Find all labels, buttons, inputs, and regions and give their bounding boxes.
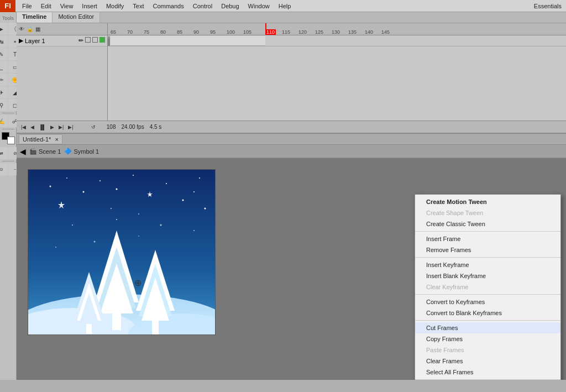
- ctx-remove-frames[interactable]: Remove Frames: [415, 244, 560, 255]
- eye-toggle[interactable]: [85, 37, 91, 43]
- eyedropper-tool[interactable]: ⚲: [0, 99, 8, 111]
- lock-toggle[interactable]: [92, 37, 98, 43]
- menu-edit[interactable]: Edit: [36, 2, 56, 11]
- svg-rect-40: [86, 324, 92, 334]
- ctx-copy-frames[interactable]: Copy Frames: [415, 333, 560, 344]
- menu-view[interactable]: View: [56, 2, 78, 11]
- play-btn[interactable]: ▶: [49, 124, 55, 130]
- menu-control[interactable]: Control: [188, 2, 217, 11]
- fill-color-swatch[interactable]: [7, 137, 15, 144]
- loop-btn[interactable]: ↺: [90, 124, 97, 130]
- go-end-btn[interactable]: ▶|: [67, 124, 74, 130]
- svg-text:⊕: ⊕: [134, 278, 142, 288]
- ctx-insert-blank-keyframe[interactable]: Insert Blank Keyframe: [415, 270, 560, 281]
- svg-point-18: [205, 208, 206, 210]
- tool-divider-3: [2, 161, 14, 161]
- frames-row-1: [108, 35, 566, 46]
- tools-label: Tools: [2, 14, 14, 22]
- go-start-btn[interactable]: |◀: [20, 124, 27, 130]
- ctx-cut-frames[interactable]: Cut Frames: [415, 322, 560, 333]
- breadcrumb-symbol[interactable]: 🔷 Symbol 1: [64, 148, 99, 155]
- doc-tab-untitled[interactable]: Untitled-1* ×: [19, 134, 62, 144]
- ctx-sep-1: [415, 231, 560, 232]
- menu-insert[interactable]: Insert: [77, 2, 102, 11]
- breadcrumb-scene[interactable]: 🎬 Scene 1: [29, 148, 61, 155]
- inkbottle-tool[interactable]: ✈: [0, 86, 8, 98]
- menu-window[interactable]: Window: [244, 2, 274, 11]
- ctx-sep-3: [415, 294, 560, 295]
- layers-panel: 👁 🔒 ▦ ▶ Layer 1 ✏: [17, 23, 108, 121]
- ctx-select-all-frames[interactable]: Select All Frames: [415, 367, 560, 378]
- pen-tool[interactable]: ✎: [0, 48, 8, 60]
- svg-point-16: [138, 213, 139, 215]
- stop-btn[interactable]: ▐▌: [38, 124, 47, 130]
- step-forward-btn[interactable]: ▶|: [57, 124, 65, 130]
- canvas-area: ⊕ Create Motion Tween Create Shape Tween…: [17, 158, 566, 380]
- hand-tool[interactable]: ✍: [0, 115, 8, 127]
- tab-timeline[interactable]: Timeline: [17, 12, 53, 23]
- timeline-ruler: 65 70 75 80 85 90 95 100 105 110 115 120: [108, 23, 566, 35]
- pencil-icon: ✏: [78, 37, 83, 44]
- eye-icon: 👁: [19, 26, 24, 32]
- menu-help[interactable]: Help: [274, 2, 296, 11]
- menu-debug[interactable]: Debug: [217, 2, 243, 11]
- svg-point-5: [66, 177, 67, 179]
- menu-text[interactable]: Text: [128, 2, 148, 11]
- lock-icon: 🔒: [27, 26, 33, 32]
- ctx-create-shape-tween: Create Shape Tween: [415, 207, 560, 218]
- tab-motion-editor[interactable]: Motion Editor: [53, 12, 100, 23]
- line-tool[interactable]: ⎯: [0, 61, 8, 73]
- snap-btn[interactable]: ⊙: [0, 163, 8, 175]
- tool-divider-2: [2, 129, 14, 129]
- symbol-label: Symbol 1: [74, 148, 99, 155]
- menu-file[interactable]: File: [18, 2, 36, 11]
- timeline-body: 👁 🔒 ▦ ▶ Layer 1 ✏: [17, 23, 566, 121]
- ctx-convert-to-blank-keyframes[interactable]: Convert to Blank Keyframes: [415, 307, 560, 318]
- arrow-tool[interactable]: ▶: [0, 23, 8, 35]
- svg-point-8: [116, 189, 118, 190]
- ctx-create-classic-tween[interactable]: Create Classic Tween: [415, 218, 560, 229]
- layers-header: 👁 🔒 ▦: [17, 23, 107, 35]
- ctx-insert-keyframe[interactable]: Insert Keyframe: [415, 259, 560, 270]
- playhead-label: 110: [265, 29, 276, 35]
- toolbar: Tools ▶ 〈 ↹ ⚬ ✎ T ⎯ ▭ ✏ ✊ ✈ ◢ ⚲ ◻: [0, 12, 17, 380]
- frames-area: 65 70 75 80 85 90 95 100 105 110 115 120: [108, 23, 566, 121]
- time-display: 4.5 s: [150, 124, 162, 130]
- layer-1-row[interactable]: ▶ Layer 1 ✏: [17, 35, 107, 46]
- color-tag: [99, 37, 105, 43]
- timeline-tabs: Timeline Motion Editor: [17, 12, 566, 23]
- svg-point-9: [133, 175, 134, 176]
- winter-scene-svg: ⊕: [28, 170, 216, 335]
- svg-point-11: [166, 183, 167, 184]
- svg-point-15: [111, 208, 112, 209]
- swap-colors-btn[interactable]: ⇄: [0, 147, 8, 159]
- fps-display: 24.00 fps: [121, 124, 144, 130]
- freetransform-tool[interactable]: ↹: [0, 35, 8, 48]
- ctx-paste-frames: Paste Frames: [415, 344, 560, 356]
- ctx-clear-frames[interactable]: Clear Frames: [415, 356, 560, 367]
- current-frame-display: 108: [107, 124, 116, 130]
- ctx-convert-to-keyframes[interactable]: Convert to Keyframes: [415, 296, 560, 307]
- playhead[interactable]: [265, 23, 266, 35]
- back-arrow-icon[interactable]: ◀: [20, 147, 26, 156]
- symbol-icon: 🔷: [64, 148, 72, 155]
- step-back-btn[interactable]: ◀: [29, 124, 35, 130]
- scene-label: Scene 1: [39, 148, 61, 155]
- svg-rect-32: [112, 313, 121, 330]
- ctx-create-motion-tween[interactable]: Create Motion Tween: [415, 196, 560, 207]
- layer-name: Layer 1: [25, 38, 45, 44]
- svg-rect-36: [152, 321, 159, 334]
- pencil-tool[interactable]: ✏: [0, 74, 8, 86]
- svg-point-21: [72, 224, 73, 226]
- close-tab-btn[interactable]: ×: [55, 136, 58, 143]
- scene-canvas: ⊕: [28, 169, 216, 335]
- svg-point-27: [193, 230, 195, 231]
- menu-commands[interactable]: Commands: [148, 2, 188, 11]
- svg-point-13: [199, 177, 200, 179]
- svg-point-4: [50, 186, 51, 187]
- ctx-insert-frame[interactable]: Insert Frame: [415, 233, 560, 244]
- breadcrumb: ◀ 🎬 Scene 1 🔷 Symbol 1: [17, 145, 566, 158]
- menu-bar: Fl File Edit View Insert Modify Text Com…: [0, 0, 566, 12]
- scene-icon: 🎬: [29, 148, 37, 155]
- menu-modify[interactable]: Modify: [102, 2, 128, 11]
